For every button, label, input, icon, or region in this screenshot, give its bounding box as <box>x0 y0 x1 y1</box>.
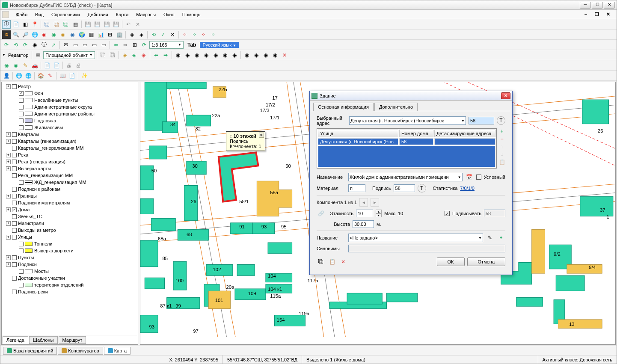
layers-tree[interactable]: +Растр✓ФонНаселённые пунктыАдминистратив… <box>2 82 138 335</box>
layer-name[interactable]: Подписи к магистралям <box>18 200 70 205</box>
text-icon[interactable]: T <box>497 116 505 125</box>
refresh-icon[interactable]: ⟳ <box>2 41 11 49</box>
layer-checkbox[interactable] <box>12 194 17 198</box>
maximize-button[interactable]: ☐ <box>592 2 603 9</box>
mdi-close[interactable]: ✕ <box>605 12 611 18</box>
layer-checkbox[interactable] <box>19 180 24 185</box>
e10-icon[interactable]: ◉ <box>193 51 201 59</box>
layer-checkbox[interactable] <box>12 262 17 267</box>
expand-icon[interactable]: + <box>6 153 11 157</box>
e2-icon[interactable]: ⿻ <box>108 51 117 59</box>
layer-name[interactable]: Административные округа <box>34 104 92 109</box>
layer-row[interactable]: Подпись реки <box>3 288 137 295</box>
t7-icon[interactable]: ◈ <box>128 30 136 39</box>
eraser-icon[interactable]: ◧ <box>21 20 30 29</box>
layer-checkbox[interactable] <box>12 84 17 89</box>
cancel-button[interactable]: Отмена <box>467 257 505 266</box>
calendar-icon[interactable]: 📅 <box>465 173 474 181</box>
layer-row[interactable]: Выходы из метро <box>3 227 137 234</box>
layer-checkbox[interactable] <box>12 201 17 205</box>
e16-icon[interactable]: ◉ <box>252 51 261 59</box>
layer-name[interactable]: ЖД_генерализация ММ <box>34 180 86 185</box>
t14-icon[interactable]: ▭ <box>99 41 108 49</box>
f1-icon[interactable]: ◉ <box>2 61 11 70</box>
layer-row[interactable]: +Река (генерализация) <box>3 158 137 165</box>
layer-name[interactable]: Пункты <box>18 255 34 260</box>
next-component-icon[interactable]: ▸ <box>371 198 379 207</box>
g7-icon[interactable]: 📄 <box>68 71 76 80</box>
arrow-icon[interactable]: ↗ <box>49 41 58 49</box>
t13-icon[interactable]: ▭ <box>90 41 98 49</box>
print-icon[interactable]: 🖨 <box>65 61 73 70</box>
layer-checkbox[interactable] <box>12 139 17 144</box>
zoom-out-icon[interactable]: 🔎 <box>21 30 30 39</box>
layer-checkbox[interactable] <box>19 249 24 253</box>
layer-checkbox[interactable] <box>12 235 17 240</box>
name-select[interactable]: <Не задано>▼ <box>348 234 483 242</box>
address-select[interactable]: Депутатская (г. Новосибирск (Новосибирск… <box>349 116 466 125</box>
layer2-icon[interactable]: ⿻ <box>62 20 70 29</box>
layer-row[interactable]: Жилмассивы <box>3 124 137 131</box>
dots3-icon[interactable]: ⁘ <box>199 30 208 39</box>
tab-button[interactable]: Tab <box>184 41 199 49</box>
layer-row[interactable]: территория отделений <box>3 281 137 288</box>
expand-icon[interactable]: + <box>6 207 11 212</box>
t6-icon[interactable]: ⊞ <box>106 30 114 39</box>
expand-icon[interactable]: + <box>6 235 11 240</box>
t9-icon[interactable]: ⟲ <box>149 30 158 39</box>
dots2-icon[interactable]: ⁘ <box>190 30 199 39</box>
layer-row[interactable]: +Магистрали <box>3 220 137 227</box>
layer-icon[interactable]: ⿻ <box>52 20 61 29</box>
expand-icon[interactable]: + <box>6 132 11 137</box>
layer-row[interactable]: +✓Дома <box>3 206 137 213</box>
layer-checkbox[interactable] <box>19 98 24 103</box>
layer-name[interactable]: Река (генерализация) <box>18 159 65 164</box>
t10-icon[interactable]: ◉ <box>30 41 39 49</box>
t3-icon[interactable]: ◉ <box>59 30 67 39</box>
copy-dlg-icon[interactable]: ⿻ <box>317 257 325 266</box>
menu-file[interactable]: Файл <box>12 11 31 18</box>
edit-name-icon[interactable]: ✎ <box>486 234 494 242</box>
tab-additional[interactable]: Дополнительно <box>374 103 418 111</box>
e17-icon[interactable]: ◉ <box>261 51 270 59</box>
close-button[interactable]: ✕ <box>604 2 615 9</box>
purpose-select[interactable]: Жилой дом с административными помещени▼ <box>348 173 463 181</box>
layer-name[interactable]: Кварталы <box>18 132 39 137</box>
material-input[interactable] <box>348 184 365 192</box>
layer-name[interactable]: Выверка карты <box>18 166 51 171</box>
tooltip-close-icon[interactable]: ✕ <box>259 133 264 138</box>
layer-checkbox[interactable] <box>12 187 17 192</box>
layer-checkbox[interactable] <box>19 105 24 109</box>
minimize-button[interactable]: ─ <box>580 2 591 9</box>
layer-checkbox[interactable] <box>12 228 17 233</box>
layer-name[interactable]: Подписи <box>18 262 37 267</box>
layer-name[interactable]: Растр <box>18 84 31 89</box>
layer-row[interactable]: +Подписи <box>3 261 137 268</box>
layer-name[interactable]: Административные районы <box>34 111 95 116</box>
layer-name[interactable]: Река_генерализация ММ <box>18 173 73 178</box>
layer-row[interactable]: Выверка дор.сети <box>3 247 137 254</box>
layer-name[interactable]: Дома <box>18 207 30 212</box>
dialog-titlebar[interactable]: Здание ✕ <box>310 91 512 101</box>
tab-configurator[interactable]: Конфигуратор <box>58 347 103 355</box>
layer-name[interactable]: Жилмассивы <box>34 125 63 130</box>
e11-icon[interactable]: ◉ <box>202 51 211 59</box>
e8-icon[interactable]: ◉ <box>174 51 182 59</box>
layer-checkbox[interactable] <box>19 118 24 123</box>
layer-row[interactable]: Звенья_ТС <box>3 213 137 220</box>
link-icon[interactable]: 🔗 <box>317 209 325 218</box>
layer-row[interactable]: ЖД_генерализация ММ <box>3 179 137 186</box>
prev-component-icon[interactable]: ◂ <box>359 198 368 207</box>
layer-checkbox[interactable] <box>12 214 17 219</box>
save-icon[interactable]: 💾 <box>83 20 92 29</box>
t15-icon[interactable]: ⊞ <box>131 41 139 49</box>
expand-icon[interactable]: + <box>6 139 11 144</box>
layer-checkbox[interactable] <box>12 255 17 260</box>
stats-link[interactable]: 7/0/1/0 <box>460 186 475 191</box>
layer-checkbox[interactable] <box>12 173 17 178</box>
expand-icon[interactable]: + <box>6 221 11 226</box>
layer-row[interactable]: +Улицы <box>3 234 137 240</box>
floors-up-icon[interactable]: ▲ <box>376 210 382 213</box>
address-table[interactable]: УлицаНомер домаДетализирующие адреса Деп… <box>317 128 497 169</box>
expand-icon[interactable]: + <box>6 160 11 164</box>
